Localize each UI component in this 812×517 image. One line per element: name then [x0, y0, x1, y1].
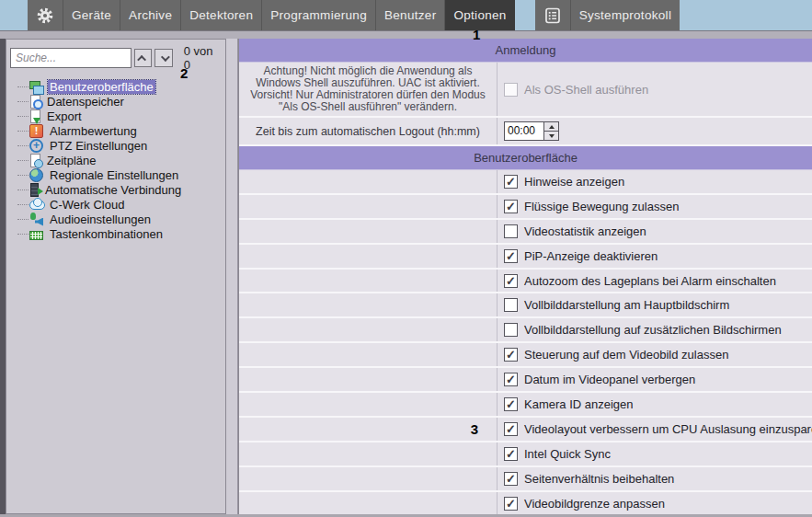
tree-item-icon — [29, 198, 43, 212]
checkbox-row: 3 Videolayout verbessern um CPU Auslasun… — [239, 418, 812, 442]
annotation-step-1: 1 — [473, 27, 480, 42]
tree-item[interactable]: Zeitpläne — [17, 153, 222, 167]
tree-connector — [17, 234, 29, 235]
checkbox[interactable] — [504, 175, 518, 189]
checkbox-row: Hinweise anzeigen — [239, 170, 812, 195]
tree-connector — [17, 131, 29, 132]
main-tab-group: Geräte Archive Detektoren Programmierung… — [28, 0, 515, 30]
top-tab[interactable]: Programmierung — [261, 0, 375, 30]
top-tab[interactable]: Geräte — [63, 0, 120, 30]
options-sidebar: 0 von 0 Benutzeroberfläche Datenspeicher — [6, 39, 226, 514]
gear-icon — [36, 6, 54, 26]
tree-item-icon — [30, 109, 40, 123]
tree-connector — [17, 204, 29, 205]
checkbox-label: Seitenverhältnis beibehalten — [524, 472, 674, 486]
tree-connector — [17, 175, 29, 176]
tree-item[interactable]: PTZ Einstellungen — [17, 138, 222, 153]
systemlog-icon-tab[interactable] — [535, 0, 570, 30]
toolbar-strip — [0, 30, 812, 39]
tree-item[interactable]: Datenspeicher — [17, 94, 222, 109]
tab-list: Geräte Archive Detektoren Programmierung… — [63, 0, 515, 30]
section-header-anmeldung: Anmeldung — [239, 39, 812, 63]
tree-item[interactable]: Regionale Einstellungen — [17, 167, 222, 182]
tree-connector — [17, 86, 29, 87]
search-result-count: 0 von 0 — [184, 44, 222, 72]
splitter[interactable] — [226, 39, 238, 514]
content-area: 0 von 0 Benutzeroberfläche Datenspeicher — [0, 39, 812, 514]
checkbox-row: Steuerung auf dem Videobild zulassen — [239, 343, 812, 368]
tree-item-icon — [30, 183, 39, 197]
checkbox[interactable] — [504, 497, 518, 511]
checkbox-list: Hinweise anzeigen Flüssige Bewegung zula… — [239, 170, 812, 514]
tree-item-label: Audioeinstellungen — [48, 213, 153, 226]
log-tab-group: Systemprotokoll — [535, 0, 680, 30]
checkbox-label: Videobildgrenze anpassen — [524, 497, 665, 511]
tree-item-label: Alarmbewertung — [48, 124, 139, 138]
checkbox-row: Datum im Videopanel verbergen — [239, 368, 812, 393]
checkbox-row: Vollbilddarstellung auf zusätzlichen Bil… — [239, 318, 812, 343]
tree-item[interactable]: Automatische Verbindung — [17, 182, 222, 197]
checkbox[interactable] — [504, 323, 518, 337]
checkbox-label: Vollbilddarstellung am Hauptbildschirm — [524, 298, 729, 312]
options-tree: Benutzeroberfläche Datenspeicher Export — [10, 79, 222, 241]
checkbox[interactable] — [504, 348, 518, 362]
top-tab[interactable]: Archive — [120, 0, 180, 30]
checkbox-label: Autozoom des Lageplans bei Alarm einscha… — [524, 274, 776, 288]
checkbox-row: Flüssige Bewegung zulassen — [239, 195, 812, 220]
tree-item-icon — [29, 139, 43, 153]
annotation-step-2: 2 — [180, 65, 188, 81]
chevron-down-icon — [161, 52, 170, 62]
tree-item[interactable]: Benutzeroberfläche — [17, 79, 222, 94]
tree-item[interactable]: Audioeinstellungen — [17, 212, 222, 226]
top-tab[interactable]: Benutzer — [375, 0, 444, 30]
tree-connector — [17, 160, 29, 161]
checkbox[interactable] — [504, 397, 518, 411]
checkbox-row: Autozoom des Lageplans bei Alarm einscha… — [239, 270, 812, 294]
search-input[interactable] — [10, 48, 132, 68]
tree-item-label: Tastenkombinationen — [48, 227, 165, 241]
checkbox[interactable] — [504, 224, 518, 238]
tree-item-icon — [29, 168, 43, 182]
checkbox[interactable] — [504, 472, 518, 486]
search-next-button[interactable] — [154, 49, 172, 67]
checkbox-row: Kamera ID anzeigen — [239, 393, 812, 418]
tree-connector — [17, 145, 29, 146]
settings-gear-tab[interactable] — [28, 0, 63, 30]
tree-item[interactable]: Alarmbewertung — [17, 123, 222, 138]
checkbox-label: PiP-Anzeige deaktivieren — [524, 249, 658, 263]
checkbox[interactable] — [504, 447, 518, 461]
tree-connector — [17, 190, 29, 190]
tree-item-icon — [29, 213, 43, 226]
tree-item-label: PTZ Einstellungen — [48, 139, 149, 153]
os-shell-label: Als OS-Shell ausführen — [524, 83, 648, 97]
tree-item-label: Datenspeicher — [45, 95, 126, 109]
checkbox[interactable] — [504, 200, 518, 213]
tab-systemprotokoll[interactable]: Systemprotokoll — [570, 0, 680, 30]
spinner-up-button[interactable] — [544, 122, 558, 132]
tree-item-icon — [29, 124, 43, 138]
topbar-corner — [0, 0, 28, 30]
tree-item-icon — [29, 80, 43, 94]
tree-item-label: Automatische Verbindung — [43, 183, 183, 197]
checkbox-label: Steuerung auf dem Videobild zulassen — [524, 348, 728, 362]
tree-item-label: Benutzeroberfläche — [48, 80, 155, 94]
checkbox[interactable] — [504, 298, 518, 312]
tree-item-icon — [30, 95, 40, 109]
checkbox[interactable] — [504, 249, 518, 263]
tree-item[interactable]: C-Werk Cloud — [17, 197, 222, 212]
logout-time-spinner[interactable]: 00:00 — [504, 121, 559, 141]
checkbox[interactable] — [504, 422, 518, 436]
spinner-down-button[interactable] — [544, 132, 558, 140]
tree-item[interactable]: Export — [17, 109, 222, 123]
tree-connector — [17, 101, 29, 102]
shell-warning-text: Achtung! Nicht möglich die Anwendung als… — [239, 63, 497, 116]
checkbox[interactable] — [504, 373, 518, 386]
tree-item[interactable]: Tastenkombinationen — [17, 226, 222, 241]
os-shell-checkbox[interactable] — [504, 83, 518, 97]
search-prev-button[interactable] — [134, 49, 152, 67]
topbar-gap — [515, 0, 535, 30]
checkbox-label: Videostatistik anzeigen — [524, 224, 646, 238]
checkbox[interactable] — [504, 274, 518, 288]
top-tab[interactable]: Detektoren — [180, 0, 261, 30]
tree-item-label: Regionale Einstellungen — [48, 168, 180, 182]
